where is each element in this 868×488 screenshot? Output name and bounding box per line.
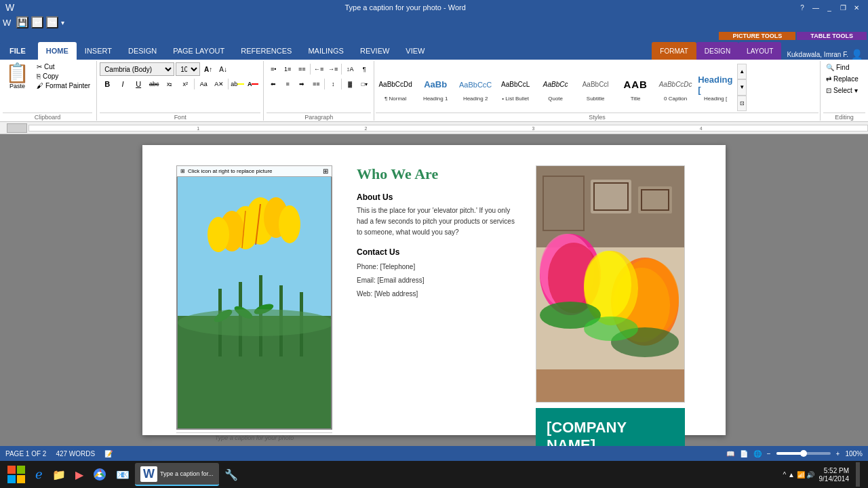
tab-mailings[interactable]: MAILINGS — [300, 42, 352, 60]
word-taskbar-label: Type a caption for... — [160, 470, 214, 477]
zoom-handle[interactable] — [800, 450, 807, 457]
cut-button[interactable]: ✂ Cut — [35, 62, 92, 71]
ruler-marks: 1 2 3 4 — [29, 125, 867, 131]
zoom-slider[interactable] — [776, 452, 831, 455]
increase-indent-button[interactable]: →≡ — [326, 62, 340, 76]
clear-format-button[interactable]: A✕ — [212, 77, 226, 91]
document-page[interactable]: ⊞ Click icon at right to replace picture… — [142, 145, 726, 435]
picture-tools-label: PICTURE TOOLS — [719, 32, 795, 40]
show-desktop-btn[interactable] — [856, 462, 860, 487]
italic-button[interactable]: I — [115, 77, 130, 91]
align-right-button[interactable]: ➡ — [295, 77, 309, 91]
clock-date: 9/14/2014 — [819, 475, 850, 483]
font-family-select[interactable]: Cambria (Body) — [100, 62, 174, 76]
style-normal[interactable]: AaBbCcDd ¶ Normal — [376, 72, 415, 104]
tab-design2[interactable]: DESIGN — [696, 42, 738, 60]
svg-rect-40 — [17, 466, 25, 474]
taskbar-misc[interactable]: 🔧 — [220, 463, 242, 486]
taskbar-outlook[interactable]: 📧 — [112, 463, 134, 486]
style-heading2[interactable]: AaBbCcC Heading 2 — [456, 72, 495, 104]
style-list-bullet[interactable]: AaBbCcL • List Bullet — [496, 72, 535, 104]
tab-format[interactable]: FORMAT — [652, 42, 696, 60]
tab-references[interactable]: REFERENCES — [233, 42, 300, 60]
increase-font-button[interactable]: A↑ — [201, 62, 215, 76]
bold-button[interactable]: B — [100, 77, 115, 91]
find-button[interactable]: 🔍 Find — [823, 62, 865, 73]
change-case-button[interactable]: Aa — [196, 77, 211, 91]
taskbar-word[interactable]: W Type a caption for... — [135, 463, 219, 486]
taskbar-ie[interactable]: ℯ — [31, 463, 47, 486]
bullets-button[interactable]: ≡• — [267, 62, 280, 76]
select-button[interactable]: ⊡ Select ▾ — [823, 85, 865, 96]
photo-caption[interactable]: Type a caption for your photo — [176, 434, 332, 441]
tab-view[interactable]: VIEW — [397, 42, 433, 60]
decrease-font-button[interactable]: A↓ — [216, 62, 230, 76]
customize-qa-btn[interactable]: ▾ — [61, 19, 64, 26]
tab-review[interactable]: REVIEW — [352, 42, 397, 60]
font-size-select[interactable]: 10 — [176, 62, 200, 76]
font-separator2 — [228, 79, 229, 89]
style-subtitle[interactable]: AaBbCcl Subtitle — [576, 72, 615, 104]
title-bar-left: W — [5, 2, 14, 13]
underline-button[interactable]: U — [131, 77, 146, 91]
styles-scroll-down[interactable]: ▼ — [737, 79, 747, 95]
replace-button[interactable]: ⇄ Replace — [823, 74, 865, 84]
tab-page-layout[interactable]: PAGE LAYOUT — [165, 42, 233, 60]
style-title[interactable]: AAB Title — [616, 72, 655, 104]
ribbon-display-button[interactable]: — — [810, 3, 822, 12]
minimize-button[interactable]: _ — [823, 3, 835, 12]
phone-text: Phone: [Telephone] — [357, 260, 518, 274]
paste-button[interactable]: 📋 Paste — [3, 62, 32, 91]
start-button[interactable] — [3, 462, 30, 487]
zoom-in-btn[interactable]: + — [836, 450, 840, 458]
contextual-tools-row: PICTURE TOOLS TABLE TOOLS — [719, 32, 867, 40]
redo-quick-btn[interactable]: ↪ — [46, 16, 58, 28]
tab-design[interactable]: DESIGN — [120, 42, 165, 60]
justify-button[interactable]: ≡≡ — [309, 77, 323, 91]
styles-scroll-up[interactable]: ▲ — [737, 64, 747, 79]
decrease-indent-button[interactable]: ←≡ — [312, 62, 326, 76]
tab-layout[interactable]: LAYOUT — [738, 42, 781, 60]
borders-button[interactable]: □▾ — [357, 77, 371, 91]
format-painter-button[interactable]: 🖌 Format Painter — [35, 81, 92, 90]
tab-home[interactable]: HOME — [38, 42, 77, 60]
web-layout-icon[interactable]: 🌐 — [753, 450, 762, 458]
zoom-out-btn[interactable]: − — [767, 450, 771, 458]
style-quote[interactable]: AaBbCc Quote — [536, 72, 575, 104]
restore-button[interactable]: ❐ — [837, 3, 849, 12]
taskbar-chrome[interactable] — [89, 463, 111, 486]
subscript-button[interactable]: x₂ — [162, 77, 177, 91]
photo-container[interactable]: ⊞ Click icon at right to replace picture… — [176, 165, 332, 441]
tab-file[interactable]: FILE — [0, 42, 35, 60]
contact-title: Contact Us — [357, 247, 518, 257]
styles-expand[interactable]: ⊡ — [737, 96, 747, 111]
style-caption[interactable]: AaBbCcDc 0 Caption — [656, 72, 695, 104]
sort-button[interactable]: ↕A — [343, 62, 357, 76]
style-heading-context[interactable]: Heading [ Heading [ — [696, 72, 735, 104]
style-heading1[interactable]: AaBb Heading 1 — [416, 72, 455, 104]
center-button[interactable]: ≡ — [281, 77, 294, 91]
font-color-button[interactable]: A — [245, 77, 260, 91]
align-left-button[interactable]: ⬅ — [267, 77, 280, 91]
photo-toolbar-right-icon[interactable]: ⊞ — [323, 167, 328, 175]
ribbon-content: 📋 Paste ✂ Cut ⎘ Copy 🖌 Format Painter — [0, 60, 868, 122]
superscript-button[interactable]: x² — [178, 77, 193, 91]
strikethrough-button[interactable]: abc — [146, 77, 161, 91]
undo-quick-btn[interactable]: ↩ — [31, 16, 43, 28]
read-mode-icon[interactable]: 📖 — [726, 450, 734, 458]
tab-insert[interactable]: INSERT — [77, 42, 120, 60]
taskbar-file-manager[interactable]: 📁 — [48, 463, 70, 486]
style-quote-label: Quote — [548, 96, 563, 102]
save-quick-btn[interactable]: 💾 — [16, 16, 28, 28]
taskbar-media[interactable]: ▶ — [71, 463, 87, 486]
highlight-button[interactable]: ab — [230, 77, 245, 91]
print-layout-icon[interactable]: 📄 — [740, 450, 748, 458]
close-button[interactable]: ✕ — [850, 3, 863, 12]
numbering-button[interactable]: 1≡ — [281, 62, 294, 76]
help-button[interactable]: ? — [796, 3, 808, 12]
show-marks-button[interactable]: ¶ — [357, 62, 371, 76]
shading-button[interactable]: ▓ — [343, 77, 357, 91]
multilevel-button[interactable]: ≡≡ — [295, 62, 309, 76]
line-spacing-button[interactable]: ↕ — [326, 77, 340, 91]
copy-button[interactable]: ⎘ Copy — [35, 72, 92, 81]
